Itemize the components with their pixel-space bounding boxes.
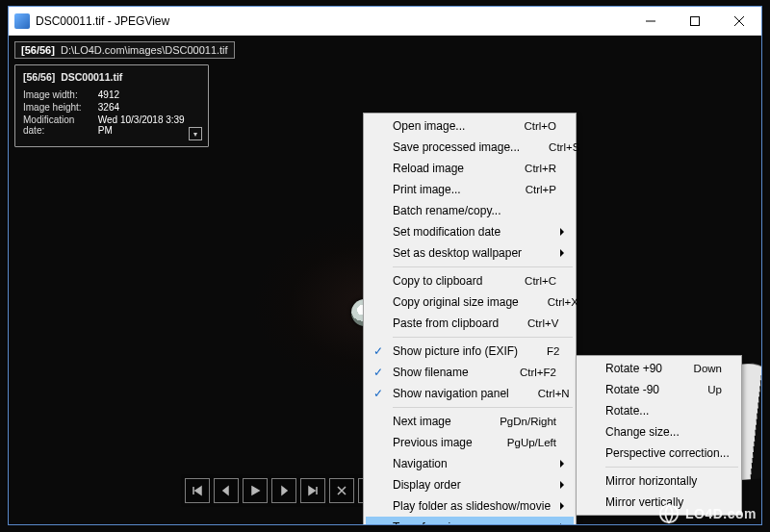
- menu-item[interactable]: Batch rename/copy...: [366, 200, 574, 221]
- window-title: DSC00011.tif - JPEGView: [36, 14, 629, 28]
- exif-collapse-button[interactable]: ▾: [189, 127, 202, 140]
- menu-item[interactable]: Rotate +90Down: [578, 358, 739, 379]
- nav-play-button[interactable]: [243, 478, 268, 503]
- menu-item[interactable]: Previous imagePgUp/Left: [366, 432, 574, 453]
- menu-item[interactable]: Navigation: [366, 453, 574, 474]
- nav-prev-button[interactable]: [214, 478, 239, 503]
- nav-next-button[interactable]: [271, 478, 296, 503]
- check-icon: ✓: [373, 344, 383, 358]
- app-icon: [14, 13, 30, 29]
- menu-item[interactable]: Set modification date: [366, 221, 574, 242]
- menu-item[interactable]: Rotate -90Up: [578, 379, 739, 400]
- app-window: DSC00011.tif - JPEGView [56/56] D:\LO4D.…: [8, 6, 762, 525]
- menu-item[interactable]: Save processed image...Ctrl+S: [366, 137, 574, 158]
- menu-item[interactable]: Set as desktop wallpaper: [366, 242, 574, 264]
- close-button[interactable]: [717, 7, 761, 35]
- check-icon: ✓: [373, 387, 383, 400]
- menu-item[interactable]: Change size...: [578, 421, 739, 443]
- watermark: LO4D.com: [658, 503, 757, 524]
- menu-item[interactable]: Copy original size imageCtrl+X: [366, 291, 574, 313]
- menu-item[interactable]: Next imagePgDn/Right: [366, 411, 574, 432]
- filename-overlay: [56/56] D:\LO4D.com\images\DSC00011.tif: [14, 41, 235, 59]
- menu-item[interactable]: Reload imageCtrl+R: [366, 158, 574, 179]
- menu-item[interactable]: Mirror horizontally: [578, 470, 739, 492]
- menu-item[interactable]: Copy to clipboardCtrl+C: [366, 270, 574, 291]
- exif-panel: [56/56] DSC00011.tif Image width:4912 Im…: [14, 64, 209, 147]
- menu-item[interactable]: ✓Show navigation panelCtrl+N: [366, 383, 574, 404]
- titlebar: DSC00011.tif - JPEGView: [9, 7, 761, 36]
- transform-submenu[interactable]: Rotate +90DownRotate -90UpRotate...Chang…: [576, 355, 742, 516]
- menu-item[interactable]: Play folder as slideshow/movie: [366, 495, 574, 517]
- counter: [56/56]: [21, 44, 55, 56]
- nav-first-button[interactable]: [185, 478, 210, 503]
- maximize-button[interactable]: [673, 7, 717, 35]
- menu-item[interactable]: Print image...Ctrl+P: [366, 179, 574, 200]
- menu-item[interactable]: ✓Show filenameCtrl+F2: [366, 362, 574, 383]
- svg-rect-1: [691, 16, 700, 25]
- context-menu[interactable]: Open image...Ctrl+OSave processed image.…: [363, 113, 577, 524]
- menu-item[interactable]: Rotate...: [578, 400, 739, 421]
- file-path: D:\LO4D.com\images\DSC00011.tif: [61, 44, 228, 56]
- menu-item[interactable]: Display order: [366, 474, 574, 495]
- exif-table: Image width:4912 Image height:3264 Modif…: [23, 89, 200, 137]
- menu-item[interactable]: Open image...Ctrl+O: [366, 115, 574, 137]
- menu-item[interactable]: Paste from clipboardCtrl+V: [366, 313, 574, 334]
- nav-last-button[interactable]: [300, 478, 325, 503]
- minimize-button[interactable]: [629, 7, 673, 35]
- image-viewport[interactable]: [56/56] D:\LO4D.com\images\DSC00011.tif …: [9, 36, 761, 524]
- menu-item[interactable]: ✓Show picture info (EXIF)F2: [366, 341, 574, 362]
- check-icon: ✓: [373, 366, 383, 379]
- menu-item[interactable]: Transform image: [366, 517, 574, 524]
- nav-delete-button[interactable]: [329, 478, 354, 503]
- menu-item[interactable]: Perspective correction...: [578, 443, 739, 464]
